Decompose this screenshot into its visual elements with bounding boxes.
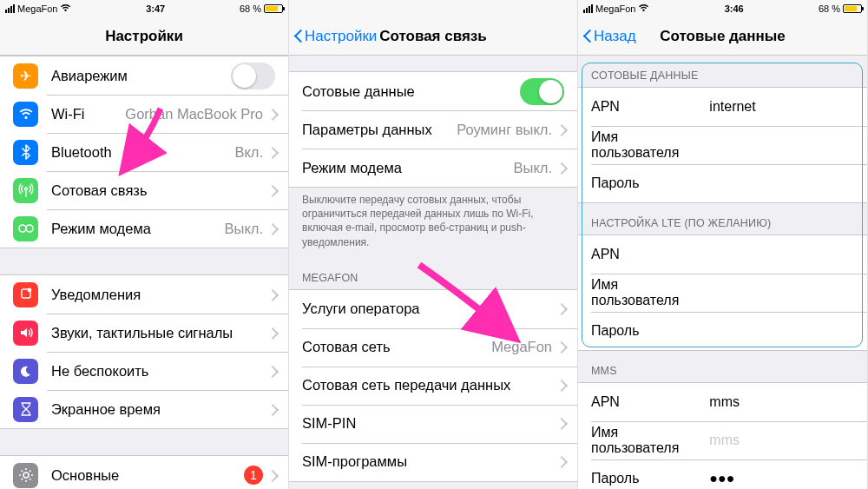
row-label: Уведомления	[51, 287, 268, 303]
airplane-toggle[interactable]	[231, 63, 275, 89]
field-password-3[interactable]: Пароль ●●●	[578, 459, 867, 489]
chevron-right-icon	[268, 289, 275, 301]
row-label: Авиарежим	[51, 68, 231, 84]
wifi-icon	[60, 3, 71, 14]
row-label: Основные	[51, 467, 244, 484]
field-label: Пароль	[591, 471, 709, 486]
row-sounds[interactable]: Звуки, тактильные сигналы	[0, 314, 288, 352]
settings-list[interactable]: ✈ Авиарежим Wi-Fi Gorban MacBook Pro Blu…	[0, 56, 288, 489]
row-carrier-services[interactable]: Услуги оператора	[289, 290, 577, 328]
field-label: Имя пользователя	[591, 129, 709, 161]
field-username-3[interactable]: Имя пользователя mms	[578, 421, 867, 459]
battery-icon	[843, 4, 862, 13]
field-username-1[interactable]: Имя пользователя	[578, 126, 867, 164]
chevron-right-icon	[557, 124, 564, 135]
status-bar: MegaFon 3:47 68 %	[0, 0, 288, 17]
nav-bar: Настройки Сотовая связь	[289, 17, 577, 56]
row-label: SIM-программы	[302, 453, 557, 470]
row-general[interactable]: Основные 1	[0, 456, 288, 489]
row-sim-apps[interactable]: SIM-программы	[289, 443, 577, 481]
row-label: Bluetooth	[51, 144, 234, 161]
chevron-right-icon	[557, 418, 564, 429]
chevron-right-icon	[268, 327, 275, 339]
wifi-icon	[638, 3, 649, 14]
status-bar	[289, 0, 577, 17]
field-label: APN	[591, 394, 709, 410]
back-label: Настройки	[305, 28, 377, 45]
chevron-right-icon	[557, 341, 564, 353]
cellular-footer: Выключите передачу сотовых данных, чтобы…	[289, 188, 577, 258]
field-label: Имя пользователя	[591, 425, 709, 456]
row-hotspot[interactable]: Режим модема Выкл.	[0, 209, 288, 248]
page-title: Сотовая связь	[379, 28, 487, 45]
chevron-right-icon	[268, 366, 275, 377]
section-header-mms: MMS	[578, 351, 867, 382]
page-title: Сотовые данные	[660, 28, 786, 45]
field-apn-1[interactable]: APN internet	[578, 88, 867, 126]
cellular-data-toggle[interactable]	[520, 78, 564, 105]
field-value[interactable]: ●●●	[709, 471, 854, 486]
hourglass-icon	[13, 397, 38, 422]
row-dnd[interactable]: Не беспокоить	[0, 352, 288, 390]
row-data-network[interactable]: Сотовая сеть передачи данных	[289, 367, 577, 405]
row-label: SIM-PIN	[302, 415, 557, 432]
battery-icon	[264, 4, 283, 13]
section-header-cellular: СОТОВЫЕ ДАННЫЕ	[578, 56, 867, 87]
apn-list[interactable]: СОТОВЫЕ ДАННЫЕ APN internet Имя пользова…	[578, 56, 867, 489]
clock-text: 3:46	[725, 3, 744, 14]
section-header-lte: НАСТРОЙКА LTE (ПО ЖЕЛАНИЮ)	[578, 203, 867, 235]
field-password-1[interactable]: Пароль	[578, 164, 867, 202]
row-cellular[interactable]: Сотовая связь	[0, 171, 288, 209]
cellular-list[interactable]: Сотовые данные Параметры данных Роуминг …	[289, 56, 577, 489]
field-label: APN	[591, 99, 709, 115]
chevron-right-icon	[268, 147, 275, 158]
row-screentime[interactable]: Экранное время	[0, 390, 288, 428]
svg-point-4	[23, 472, 29, 478]
row-label: Сотовые данные	[302, 83, 520, 100]
section-header-cellular-data: СОТОВЫЕ ДАННЫЕ	[289, 482, 577, 489]
row-label: Режим модема	[302, 160, 514, 176]
row-label: Экранное время	[51, 401, 268, 418]
field-value[interactable]: internet	[709, 99, 854, 115]
svg-point-1	[26, 225, 33, 232]
field-password-2[interactable]: Пароль	[578, 312, 867, 350]
row-wifi[interactable]: Wi-Fi Gorban MacBook Pro	[0, 95, 288, 133]
row-label: Wi-Fi	[51, 106, 125, 122]
phone-settings: MegaFon 3:47 68 % Настройки ✈ Авиарежим	[0, 0, 289, 489]
gear-icon	[13, 463, 38, 488]
signal-icon	[5, 4, 15, 13]
row-cellular-data[interactable]: Сотовые данные	[289, 72, 577, 110]
row-airplane[interactable]: ✈ Авиарежим	[0, 56, 288, 95]
row-network[interactable]: Сотовая сеть MegaFon	[289, 328, 577, 367]
phone-apn: MegaFon 3:46 68 % Назад Сотовые данные С…	[578, 0, 868, 489]
field-apn-2[interactable]: APN	[578, 235, 867, 274]
field-label: APN	[591, 247, 709, 262]
row-bluetooth[interactable]: Bluetooth Вкл.	[0, 133, 288, 171]
field-value[interactable]: mms	[709, 433, 854, 448]
back-button[interactable]: Назад	[582, 17, 636, 55]
field-value[interactable]: mms	[709, 394, 854, 410]
status-bar: MegaFon 3:46 68 %	[578, 0, 867, 17]
carrier-text: MegaFon	[17, 3, 57, 14]
row-detail: Выкл.	[225, 221, 263, 237]
row-hotspot[interactable]: Режим модема Выкл.	[289, 149, 577, 187]
field-apn-3[interactable]: APN mms	[578, 383, 867, 421]
row-label: Режим модема	[51, 221, 225, 237]
row-data-options[interactable]: Параметры данных Роуминг выкл.	[289, 110, 577, 149]
hotspot-icon	[13, 216, 38, 241]
back-button[interactable]: Настройки	[293, 17, 377, 55]
phone-cellular: Настройки Сотовая связь Сотовые данные П…	[289, 0, 578, 489]
sounds-icon	[13, 320, 38, 346]
carrier-text: MegaFon	[595, 3, 635, 14]
wifi-icon	[13, 102, 38, 127]
chevron-left-icon	[582, 28, 592, 45]
field-label: Пароль	[591, 175, 709, 191]
row-label: Параметры данных	[302, 122, 457, 138]
chevron-right-icon	[268, 185, 275, 196]
page-title: Настройки	[105, 28, 183, 45]
back-label: Назад	[594, 28, 636, 45]
row-notifications[interactable]: Уведомления	[0, 275, 288, 314]
field-username-2[interactable]: Имя пользователя	[578, 274, 867, 312]
moon-icon	[13, 359, 38, 384]
row-sim-pin[interactable]: SIM-PIN	[289, 405, 577, 443]
